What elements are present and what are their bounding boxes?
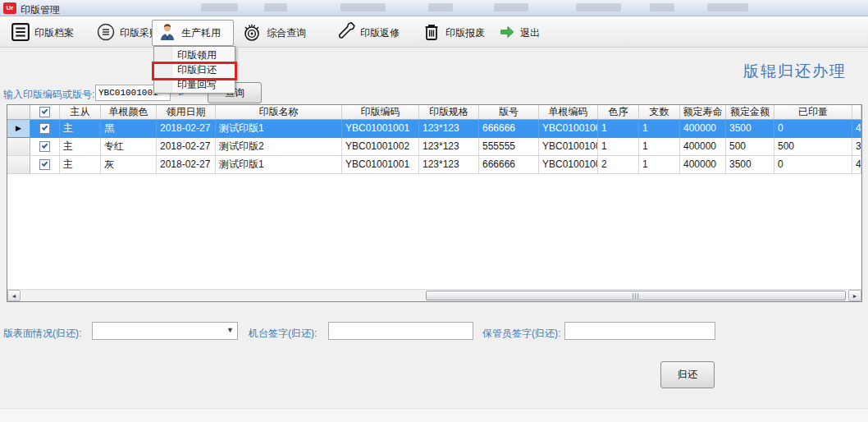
menu-item-plate-checkout[interactable]: 印版领用 [154, 48, 235, 62]
table-cell[interactable]: 500 [774, 138, 852, 156]
column-header[interactable]: 主从 [60, 105, 101, 120]
table-cell[interactable]: 0 [774, 120, 852, 138]
scrollbar-thumb[interactable]: ||| [426, 291, 846, 300]
machine-signature-input[interactable] [328, 322, 473, 340]
column-header[interactable]: 印版编码 [342, 105, 419, 120]
table-cell[interactable]: 4 [852, 120, 861, 138]
plate-table: 主从单根颜色领用日期印版名称印版编码印版规格版号单根编码色序支数额定寿命额定金额… [7, 104, 862, 302]
table-cell[interactable]: 3 [852, 138, 861, 156]
table-cell[interactable]: YBC01001002 [342, 138, 419, 156]
table-cell[interactable]: 3500 [726, 120, 774, 138]
background-artifact [264, 3, 287, 11]
table-cell[interactable]: 400000 [680, 138, 726, 156]
table-cell[interactable]: 0 [774, 156, 852, 174]
table-cell[interactable]: 4 [852, 156, 861, 174]
column-header[interactable] [852, 105, 861, 120]
surface-condition-select[interactable]: ▼ [92, 322, 238, 340]
toolbar-label: 生产耗用 [181, 26, 221, 40]
table-cell[interactable]: 测试印版1 [216, 120, 342, 138]
row-selector[interactable] [7, 138, 30, 156]
column-header[interactable]: 色序 [598, 105, 639, 120]
table-cell[interactable]: 400000 [680, 120, 726, 138]
column-header[interactable]: 版号 [479, 105, 539, 120]
repair-wrench-icon [336, 21, 356, 44]
table-cell[interactable]: 666666 [479, 120, 539, 138]
checkbox[interactable] [39, 123, 50, 134]
table-cell[interactable]: 555555 [479, 138, 539, 156]
table-cell[interactable]: 1 [598, 120, 639, 138]
table-cell[interactable]: 123*123 [419, 138, 479, 156]
scroll-right-button[interactable]: ► [848, 290, 861, 301]
checkbox[interactable] [39, 159, 50, 170]
table-cell[interactable]: 灰 [101, 156, 157, 174]
table-cell[interactable]: 123*123 [419, 156, 479, 174]
checkbox[interactable] [39, 107, 50, 117]
column-header[interactable]: 单根颜色 [101, 105, 157, 120]
table-cell[interactable]: 专红 [101, 138, 157, 156]
row-selector[interactable]: ▶ [7, 120, 30, 138]
machine-signature-label: 机台签字(归还): [249, 327, 317, 341]
table-cell[interactable]: 400000 [680, 156, 726, 174]
column-header[interactable]: 领用日期 [157, 105, 216, 120]
table-cell[interactable]: 主 [60, 120, 101, 138]
table-cell[interactable]: 黑 [101, 120, 157, 138]
column-header[interactable]: 额定寿命 [680, 105, 726, 120]
background-artifact [494, 3, 528, 11]
check-mark-icon [42, 160, 48, 167]
table-cell[interactable]: YBC01001002-1 [539, 138, 598, 156]
column-header[interactable]: 印版规格 [419, 105, 479, 120]
return-button[interactable]: 归还 [660, 361, 715, 388]
horizontal-scrollbar[interactable]: ◄ ||| ► [7, 289, 861, 301]
scroll-left-button[interactable]: ◄ [7, 290, 21, 301]
table-cell[interactable]: 主 [60, 138, 101, 156]
table-cell[interactable]: 666666 [479, 156, 539, 174]
table-cell[interactable]: YBC01001001 [342, 156, 419, 174]
table-cell[interactable]: 1 [639, 120, 680, 138]
select-all-header-cell[interactable] [30, 105, 60, 120]
toolbar-button-production-consumption[interactable]: 生产耗用 [152, 20, 234, 46]
background-artifact [650, 3, 674, 11]
check-mark-icon [42, 108, 48, 114]
toolbar-button-exit[interactable]: 退出 [492, 20, 546, 46]
table-cell[interactable]: YBC01001001-1 [539, 120, 598, 138]
column-header[interactable]: 额定金额 [726, 105, 774, 120]
keeper-signature-input[interactable] [564, 322, 715, 340]
table-cell[interactable]: 3500 [726, 156, 774, 174]
toolbar-button-plate-repair[interactable]: 印版返修 [330, 20, 405, 46]
table-cell[interactable]: 1 [639, 138, 680, 156]
table-cell[interactable]: 2018-02-27 [157, 138, 216, 156]
table-cell[interactable]: 2018-02-27 [157, 120, 216, 138]
toolbar-button-comprehensive-query[interactable]: 综合查询 [235, 20, 312, 46]
table-cell[interactable]: 1 [598, 138, 639, 156]
table-cell[interactable]: 2 [598, 156, 639, 174]
column-header[interactable]: 单根编码 [539, 105, 598, 120]
check-mark-icon [42, 124, 48, 131]
column-header[interactable]: 支数 [639, 105, 680, 120]
background-artifact [201, 3, 238, 11]
column-header[interactable]: 印版名称 [216, 105, 342, 120]
exit-arrow-icon [498, 23, 516, 44]
table-cell[interactable]: YBC01001001-2 [539, 156, 598, 174]
table-cell[interactable]: 123*123 [419, 120, 479, 138]
row-checkbox-cell[interactable] [30, 138, 60, 156]
toolbar-button-plate-scrap[interactable]: 印版报废 [416, 20, 491, 46]
row-checkbox-cell[interactable] [30, 156, 60, 174]
table-cell[interactable]: 2018-02-27 [157, 156, 216, 174]
table-cell[interactable]: 主 [60, 156, 101, 174]
row-checkbox-cell[interactable] [30, 120, 60, 138]
row-selector[interactable] [7, 156, 30, 174]
checkbox[interactable] [39, 141, 50, 152]
toolbar-label: 印版报废 [445, 26, 485, 40]
table-cell[interactable]: 测试印版2 [216, 138, 342, 156]
toolbar-label: 印版档案 [34, 26, 74, 40]
toolbar-button-plate-archive[interactable]: 印版档案 [4, 20, 80, 46]
keeper-signature-label: 保管员签字(归还): [482, 327, 560, 341]
background-artifact [428, 3, 453, 11]
table-cell[interactable]: YBC01001001 [342, 120, 419, 138]
column-header[interactable]: 已印量 [774, 105, 852, 120]
toolbar-label: 退出 [520, 26, 540, 40]
table-cell[interactable]: 500 [726, 138, 774, 156]
table-cell[interactable]: 测试印版1 [216, 156, 342, 174]
table-cell[interactable]: 1 [639, 156, 680, 174]
toolbar-label: 印版返修 [360, 26, 400, 40]
